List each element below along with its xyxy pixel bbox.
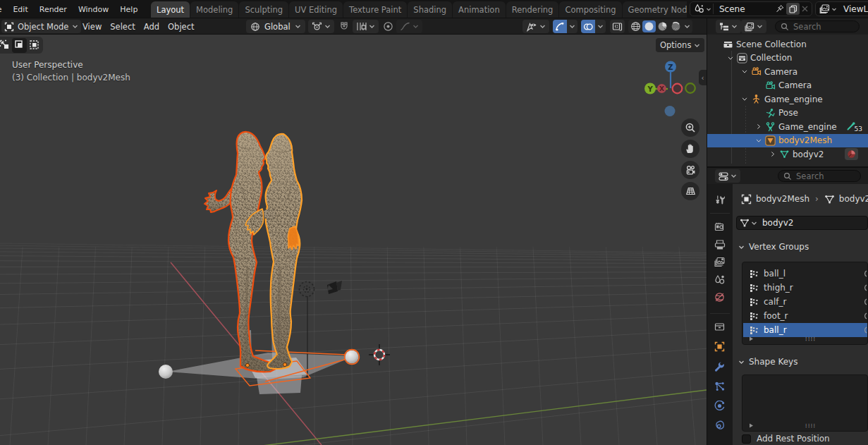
outliner-editor-type-button[interactable] bbox=[716, 20, 741, 33]
menu-render[interactable]: Render bbox=[34, 5, 73, 14]
gizmo-dropdown[interactable] bbox=[567, 20, 577, 33]
vertex-group-row-foot_r[interactable]: foot_r bbox=[743, 309, 867, 323]
outliner-display-mode-dropdown[interactable] bbox=[741, 20, 766, 33]
snap-toggle-icon[interactable] bbox=[338, 21, 350, 32]
collection-properties-tab[interactable] bbox=[714, 322, 726, 333]
outliner-search-input[interactable]: Search bbox=[775, 20, 860, 32]
zoom-button[interactable] bbox=[681, 118, 699, 137]
sphere-object-left[interactable] bbox=[159, 365, 173, 379]
workspace-tab-uv-editing[interactable]: UV Editing bbox=[289, 1, 343, 18]
viewport-menu-select[interactable]: Select bbox=[106, 22, 139, 32]
modifiers-properties-tab[interactable] bbox=[714, 361, 726, 372]
viewport-menu-view[interactable]: View bbox=[78, 22, 106, 32]
empty-sphere-helper[interactable] bbox=[300, 282, 314, 297]
expander-closed-icon[interactable] bbox=[769, 151, 776, 158]
outliner-row-game_engine[interactable]: Game_engine bbox=[707, 92, 868, 106]
object-icon[interactable] bbox=[741, 194, 752, 205]
shading-wireframe-button[interactable] bbox=[629, 20, 642, 32]
show-gizmo-toggle[interactable] bbox=[553, 20, 567, 33]
vertex-group-row-calf_r[interactable]: calf_r bbox=[743, 295, 867, 309]
constraints-properties-tab[interactable] bbox=[714, 420, 726, 432]
camera-view-button[interactable] bbox=[681, 161, 699, 179]
vertex-groups-panel-header[interactable]: Vertex Groups bbox=[738, 242, 809, 252]
object-properties-tab[interactable] bbox=[714, 341, 726, 353]
new-scene-button[interactable] bbox=[786, 3, 800, 15]
menu-file[interactable]: File bbox=[0, 5, 7, 14]
expander-open-icon[interactable] bbox=[727, 54, 734, 61]
workspace-tab-modeling[interactable]: Modeling bbox=[190, 1, 238, 18]
expand-triangle-icon[interactable] bbox=[748, 422, 754, 429]
workspace-tab-rendering[interactable]: Rendering bbox=[506, 1, 559, 18]
output-properties-tab[interactable] bbox=[714, 239, 726, 250]
viewport-3d[interactable]: X Z Y Options User Perspective (3) Colle… bbox=[0, 35, 707, 445]
view-layer-selector[interactable]: ViewLayer bbox=[815, 1, 868, 16]
scene-name[interactable]: Scene bbox=[719, 4, 745, 14]
properties-editor-type-button[interactable] bbox=[715, 169, 740, 183]
expander-open-icon[interactable] bbox=[741, 68, 748, 75]
tool-properties-tab[interactable] bbox=[714, 195, 726, 206]
expander-open-icon[interactable] bbox=[741, 96, 748, 103]
figures[interactable] bbox=[204, 132, 302, 372]
view-layer-name[interactable]: ViewLayer bbox=[843, 4, 868, 14]
navigation-gizmo[interactable]: X Z Y bbox=[644, 61, 695, 117]
viewport-menu-add[interactable]: Add bbox=[140, 22, 164, 32]
outliner-row-camera[interactable]: Camera bbox=[707, 65, 868, 79]
sidebar-collapse-tab[interactable]: ‹ bbox=[699, 70, 707, 85]
resize-grip[interactable]: ⁝⁝⁝⁝ bbox=[805, 422, 816, 429]
pivot-point-dropdown[interactable] bbox=[308, 20, 334, 33]
select-subtract-button[interactable] bbox=[27, 38, 42, 53]
options-button[interactable]: Options bbox=[656, 38, 704, 52]
menu-help[interactable]: Help bbox=[114, 5, 143, 14]
overlays-dropdown[interactable] bbox=[595, 20, 606, 33]
expander-closed-icon[interactable] bbox=[755, 123, 762, 130]
workspace-tab-animation[interactable]: Animation bbox=[453, 1, 506, 18]
menu-window[interactable]: Window bbox=[73, 5, 114, 14]
world-properties-tab[interactable] bbox=[714, 292, 726, 303]
shading-solid-button[interactable] bbox=[642, 20, 656, 32]
properties-search-input[interactable]: Search bbox=[778, 170, 861, 182]
toggle-xray-button[interactable] bbox=[610, 20, 625, 33]
workspace-tab-layout[interactable]: Layout bbox=[151, 1, 190, 18]
outliner-row-bodyv2[interactable]: bodyv2 bbox=[707, 147, 868, 161]
workspace-tab-shading[interactable]: Shading bbox=[408, 1, 452, 18]
scene-selector[interactable]: Scene bbox=[690, 1, 812, 16]
viewport-menu-object[interactable]: Object bbox=[164, 22, 198, 32]
outliner-row-game_engine[interactable]: Game_engine53 bbox=[707, 120, 868, 134]
breadcrumb-object[interactable]: bodyv2Mesh bbox=[756, 194, 809, 204]
outliner-row-bodyv2mesh[interactable]: bodyv2Mesh bbox=[707, 134, 868, 148]
workspace-tab-sculpting[interactable]: Sculpting bbox=[239, 1, 288, 18]
orthographic-toggle-button[interactable] bbox=[681, 182, 699, 200]
camera-object-glyph[interactable] bbox=[327, 281, 342, 294]
shape-keys-panel-header[interactable]: Shape Keys bbox=[738, 357, 797, 367]
select-extend-button[interactable] bbox=[12, 38, 27, 53]
outliner-row-camera[interactable]: Camera bbox=[707, 79, 868, 93]
render-properties-tab[interactable] bbox=[714, 221, 726, 233]
vertex-group-row-thigh_r[interactable]: thigh_r bbox=[743, 281, 867, 295]
breadcrumb-data[interactable]: bodyv2 bbox=[839, 194, 868, 204]
scene-properties-tab[interactable] bbox=[714, 274, 726, 286]
snap-target-dropdown[interactable] bbox=[353, 20, 379, 33]
select-set-button[interactable] bbox=[0, 38, 12, 53]
workspace-tab-compositing[interactable]: Compositing bbox=[559, 1, 621, 18]
physics-properties-tab[interactable] bbox=[714, 401, 726, 412]
shading-material-preview-button[interactable] bbox=[656, 20, 669, 32]
mode-dropdown[interactable]: Object Mode bbox=[1, 20, 81, 33]
pin-icon[interactable] bbox=[776, 4, 785, 13]
view-layer-properties-tab[interactable] bbox=[714, 257, 726, 268]
resize-grip[interactable]: ⁝⁝⁝⁝ bbox=[805, 335, 816, 342]
proportional-editing-icon[interactable] bbox=[383, 21, 393, 32]
menu-edit[interactable]: Edit bbox=[7, 5, 33, 14]
shading-rendered-button[interactable] bbox=[669, 20, 683, 32]
object-type-visibility-dropdown[interactable] bbox=[522, 20, 549, 33]
expander-open-icon[interactable] bbox=[755, 137, 762, 144]
sphere-object-right[interactable] bbox=[345, 350, 360, 365]
expand-triangle-icon[interactable] bbox=[748, 336, 754, 342]
workspace-tab-texture-paint[interactable]: Texture Paint bbox=[343, 1, 407, 18]
outliner-row-collection[interactable]: Collection bbox=[707, 51, 868, 66]
workspace-tab-geometry-nodes[interactable]: Geometry Nodes bbox=[623, 1, 687, 18]
vertex-group-row-ball_l[interactable]: ball_l bbox=[743, 267, 867, 281]
outliner-row-scene-collection[interactable]: Scene Collection bbox=[707, 37, 868, 51]
mesh-name-field[interactable]: bodyv2 bbox=[736, 216, 868, 230]
transform-orientation-dropdown[interactable]: Global bbox=[246, 20, 305, 33]
particles-properties-tab[interactable] bbox=[714, 381, 726, 392]
